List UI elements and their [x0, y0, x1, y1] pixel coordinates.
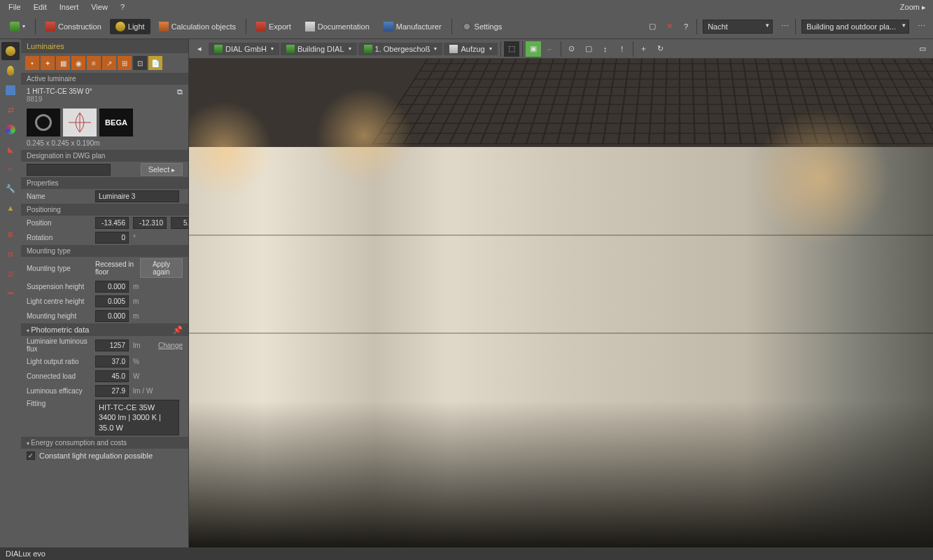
- main-toolbar: ▾ Construction Light Calculation objects…: [0, 14, 933, 39]
- flux-label: Luminaire luminous flux: [27, 337, 91, 353]
- lt-6[interactable]: ↗: [102, 56, 116, 70]
- scope-extra[interactable]: ⋯: [913, 19, 929, 34]
- tab-light[interactable]: Light: [110, 19, 150, 34]
- rail-energy[interactable]: ▲: [1, 199, 20, 217]
- view-mode-1[interactable]: ▣: [526, 41, 541, 57]
- rail-room[interactable]: ⌐: [1, 160, 20, 178]
- lt-8[interactable]: ⊡: [133, 56, 147, 70]
- crumb-room[interactable]: Aufzug: [444, 43, 497, 55]
- menu-edit[interactable]: Edit: [28, 1, 52, 13]
- calc-icon: [159, 22, 169, 31]
- export-icon: [256, 22, 266, 31]
- suspension-label: Suspension height: [27, 283, 91, 290]
- tab-settings[interactable]: Settings: [456, 19, 508, 34]
- designation-input[interactable]: [27, 164, 111, 176]
- lt-5[interactable]: ≡: [87, 56, 101, 70]
- pos-z-input[interactable]: [171, 217, 188, 229]
- tool-a[interactable]: ▢: [645, 19, 660, 34]
- crumb-site[interactable]: DIAL GmbH: [209, 43, 279, 55]
- apply-again-button[interactable]: Apply again: [140, 258, 183, 278]
- menu-file[interactable]: File: [3, 1, 27, 13]
- name-input[interactable]: [95, 190, 179, 202]
- rail-t3[interactable]: ◫: [1, 265, 20, 283]
- crumb-storey[interactable]: 1. Obergeschoß: [358, 43, 443, 55]
- viewport-3d[interactable]: [189, 59, 933, 547]
- fitting-dropdown[interactable]: HIT-TC-CE 35W 3400 lm | 3000 K | 35.0 W: [95, 400, 179, 435]
- copy-icon[interactable]: ⧉: [177, 88, 183, 97]
- properties-header: Properties: [21, 177, 188, 189]
- lt-4[interactable]: ◉: [71, 56, 85, 70]
- crumb-building[interactable]: Building DIAL: [281, 43, 357, 55]
- tab-manufacturer[interactable]: Manufacturer: [378, 19, 447, 34]
- lt-9[interactable]: 📄: [148, 56, 162, 70]
- tab-documentation[interactable]: Documentation: [300, 19, 375, 34]
- nav-back[interactable]: ◂: [192, 41, 207, 57]
- bulb-icon: [6, 46, 15, 56]
- constant-light-checkbox[interactable]: ✓: [27, 451, 35, 460]
- view-3d[interactable]: ⬚: [504, 41, 519, 57]
- menu-insert[interactable]: Insert: [54, 1, 85, 13]
- tab-export[interactable]: Export: [251, 19, 297, 34]
- app-name: DIALux evo: [6, 550, 45, 558]
- rail-palette[interactable]: [1, 120, 20, 139]
- lt-7[interactable]: ⊞: [118, 56, 132, 70]
- vp-tool-3[interactable]: ↕: [598, 41, 613, 57]
- view-mode-2[interactable]: ⌐: [542, 41, 558, 57]
- ratio-input[interactable]: [95, 356, 129, 368]
- viewport-wrap: ◂ DIAL GmbH Building DIAL 1. Obergeschoß…: [189, 39, 933, 547]
- zoom-menu[interactable]: Zoom ▸: [900, 3, 930, 12]
- designation-select-button[interactable]: Select ▸: [141, 163, 183, 176]
- wrench-icon: 🔧: [6, 184, 15, 193]
- tool-rail: ⇄ ◣ ⌐ 🔧 ▲ ⊞ ⊟ ◫ •••: [0, 39, 21, 547]
- rail-t4[interactable]: •••: [1, 284, 20, 302]
- thumb-ldc[interactable]: [63, 108, 97, 136]
- rail-filter[interactable]: [1, 81, 20, 99]
- scope-dropdown[interactable]: Building and outdoor pla...: [801, 20, 909, 34]
- suspension-input[interactable]: [95, 281, 129, 293]
- save-button[interactable]: ▾: [4, 19, 31, 34]
- luminaire-dims: 0.245 x 0.245 x 0.190m: [21, 139, 188, 150]
- energy-header[interactable]: Energy consumption and costs: [21, 437, 188, 449]
- photometric-header[interactable]: Photometric data 📌: [21, 323, 188, 336]
- rail-t2[interactable]: ⊟: [1, 245, 20, 263]
- tab-construction[interactable]: Construction: [40, 19, 107, 34]
- tab-calculation[interactable]: Calculation objects: [153, 19, 241, 34]
- mount-h-input[interactable]: [95, 310, 129, 322]
- vp-tool-1[interactable]: ⊙: [564, 41, 580, 57]
- mount-h-label: Mounting height: [27, 312, 91, 320]
- lt-3[interactable]: ▦: [56, 56, 70, 70]
- rail-swap[interactable]: ⇄: [1, 101, 20, 119]
- menu-help[interactable]: ?: [115, 1, 130, 13]
- rail-luminaire[interactable]: [1, 42, 20, 60]
- lt-2[interactable]: ✦: [41, 56, 55, 70]
- centre-input[interactable]: [95, 295, 129, 307]
- vp-add[interactable]: ＋: [636, 41, 652, 57]
- vp-tool-2[interactable]: ▢: [581, 41, 596, 57]
- thumb-brand[interactable]: BEGA: [99, 108, 133, 136]
- vp-refresh[interactable]: ↻: [653, 41, 668, 57]
- luminaire-tools: • ✦ ▦ ◉ ≡ ↗ ⊞ ⊡ 📄: [21, 53, 188, 73]
- efficacy-input[interactable]: [95, 385, 129, 397]
- scene-dropdown[interactable]: Nacht: [703, 20, 773, 34]
- pos-y-input[interactable]: [133, 217, 167, 229]
- construction-icon: [45, 22, 55, 31]
- rail-chart[interactable]: ◣: [1, 140, 20, 158]
- pin-icon[interactable]: 📌: [173, 326, 183, 335]
- load-input[interactable]: [95, 370, 129, 382]
- vp-tool-4[interactable]: !: [615, 41, 630, 57]
- rail-t1[interactable]: ⊞: [1, 225, 20, 244]
- rail-wrench[interactable]: 🔧: [1, 179, 20, 197]
- rail-lamp[interactable]: [1, 62, 20, 80]
- thumb-product[interactable]: [27, 108, 60, 136]
- pos-x-input[interactable]: [95, 217, 129, 229]
- scene-extra[interactable]: ⋯: [777, 19, 792, 34]
- vp-fullscreen[interactable]: ▭: [915, 41, 930, 57]
- lt-1[interactable]: •: [25, 56, 39, 70]
- menubar: File Edit Insert View ? Zoom ▸: [0, 0, 933, 14]
- tool-close[interactable]: ✕: [661, 19, 677, 34]
- menu-view[interactable]: View: [85, 1, 113, 13]
- tool-b[interactable]: ?: [678, 19, 694, 34]
- rotation-input[interactable]: [95, 232, 129, 244]
- flux-input[interactable]: [95, 340, 129, 351]
- change-link[interactable]: Change: [158, 342, 183, 349]
